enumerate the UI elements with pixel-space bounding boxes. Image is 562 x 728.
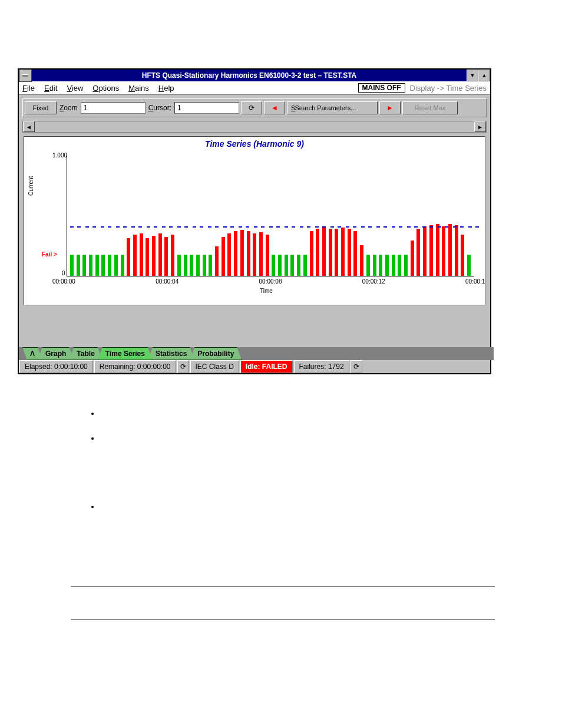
bar xyxy=(121,255,124,276)
menu-options[interactable]: Options xyxy=(92,84,119,93)
bar xyxy=(146,238,149,276)
cursor-input[interactable] xyxy=(174,102,239,114)
bar xyxy=(467,255,471,276)
menu-file[interactable]: File xyxy=(22,84,35,93)
bar xyxy=(215,246,219,276)
bar xyxy=(234,231,237,276)
prev-arrow-icon[interactable]: ◄ xyxy=(264,101,285,114)
bar xyxy=(171,235,174,276)
bar xyxy=(203,255,206,276)
bar xyxy=(272,255,275,276)
cursor-label: Cursor: xyxy=(148,104,171,112)
zoom-input[interactable] xyxy=(81,102,146,114)
x-axis xyxy=(67,276,474,276)
bar xyxy=(240,230,244,276)
status-refresh-icon-2[interactable]: ⟳ xyxy=(351,360,362,373)
bar xyxy=(429,225,433,276)
bar xyxy=(259,232,263,276)
bar xyxy=(353,231,357,276)
bar xyxy=(442,226,445,276)
bar xyxy=(222,237,225,276)
title-bar: HFTS Quasi-Stationary Harmonics EN61000-… xyxy=(19,70,490,81)
y-tick-0: 0 xyxy=(62,270,65,276)
scroll-left-icon[interactable]: ◄ xyxy=(23,121,35,132)
bar xyxy=(461,235,464,276)
menu-edit[interactable]: Edit xyxy=(44,84,57,93)
bar xyxy=(404,255,408,276)
bar xyxy=(133,235,137,276)
bar xyxy=(266,235,269,276)
toolbar: Fixed Zoom Cursor: ⟳ ◄ SSearch Parameter… xyxy=(22,98,487,117)
bar xyxy=(366,255,370,276)
status-idle: Idle: FAILED xyxy=(240,360,293,373)
status-remaining: Remaining: 0:00:00:00 xyxy=(94,360,176,373)
bar xyxy=(127,238,130,276)
reset-max-button[interactable]: Reset Max xyxy=(402,101,458,114)
bar xyxy=(360,245,363,276)
bar xyxy=(297,255,300,276)
bar xyxy=(379,255,382,276)
x-axis-label: Time xyxy=(260,288,273,294)
divider xyxy=(71,620,495,620)
bar xyxy=(411,241,414,276)
bar xyxy=(247,231,250,276)
bar xyxy=(373,255,376,276)
display-mode-label: Display -> Time Series xyxy=(410,84,487,93)
menu-help[interactable]: Help xyxy=(158,84,174,93)
bar xyxy=(278,255,282,276)
tab-statistics[interactable]: Statistics xyxy=(148,347,194,360)
x-ticks: 00:00:00 00:00:04 00:00:08 00:00:12 00:0… xyxy=(52,278,485,285)
bar xyxy=(101,255,105,276)
chart-title: Time Series (Harmonic 9) xyxy=(24,137,485,149)
refresh-icon[interactable]: ⟳ xyxy=(241,101,262,114)
horizontal-scrollbar[interactable]: ◄ ► xyxy=(22,121,487,133)
menu-mains[interactable]: Mains xyxy=(128,84,149,93)
tab-bar: Λ Graph Table Time Series Statistics Pro… xyxy=(19,347,494,360)
bar xyxy=(253,233,256,276)
y-axis-label: Current xyxy=(28,176,34,196)
bar xyxy=(196,255,200,276)
tab-time-series[interactable]: Time Series xyxy=(98,347,153,360)
tab-probability[interactable]: Probability xyxy=(190,347,242,360)
system-menu-icon[interactable] xyxy=(19,69,32,82)
bar xyxy=(95,255,99,276)
minimize-button[interactable]: ▼ xyxy=(467,70,478,81)
tab-graph[interactable]: Graph xyxy=(38,347,74,360)
mains-status: MAINS OFF xyxy=(358,83,405,93)
bar xyxy=(114,255,118,276)
fixed-button[interactable]: Fixed xyxy=(25,101,57,114)
bar xyxy=(436,224,439,276)
bar xyxy=(290,255,294,276)
bar xyxy=(285,255,288,276)
bar xyxy=(184,255,187,276)
bar xyxy=(89,255,92,276)
bar xyxy=(385,255,389,276)
bar xyxy=(303,255,307,276)
bar xyxy=(416,229,420,276)
next-arrow-icon[interactable]: ► xyxy=(379,101,401,114)
y-tick-1: 1.000 xyxy=(52,152,67,159)
bar xyxy=(152,236,156,276)
bar xyxy=(329,229,332,276)
bar xyxy=(227,233,231,276)
menu-view[interactable]: View xyxy=(67,84,83,93)
bar xyxy=(108,255,111,276)
search-parameters-button[interactable]: SSearch Parameters... xyxy=(287,101,378,114)
scroll-right-icon[interactable]: ► xyxy=(474,121,486,132)
bar xyxy=(77,255,80,276)
bar xyxy=(209,255,212,276)
tab-table[interactable]: Table xyxy=(69,347,102,360)
bar xyxy=(341,228,345,276)
bar xyxy=(392,255,395,276)
bar xyxy=(448,224,452,276)
bar xyxy=(316,229,319,276)
bar xyxy=(140,233,143,276)
bar xyxy=(335,229,338,276)
maximize-button[interactable]: ▲ xyxy=(478,70,490,81)
bar xyxy=(455,225,458,276)
bar xyxy=(423,226,427,276)
status-refresh-icon[interactable]: ⟳ xyxy=(177,360,189,373)
bar xyxy=(70,255,74,276)
bullet-list xyxy=(77,409,100,527)
bar xyxy=(177,255,181,276)
